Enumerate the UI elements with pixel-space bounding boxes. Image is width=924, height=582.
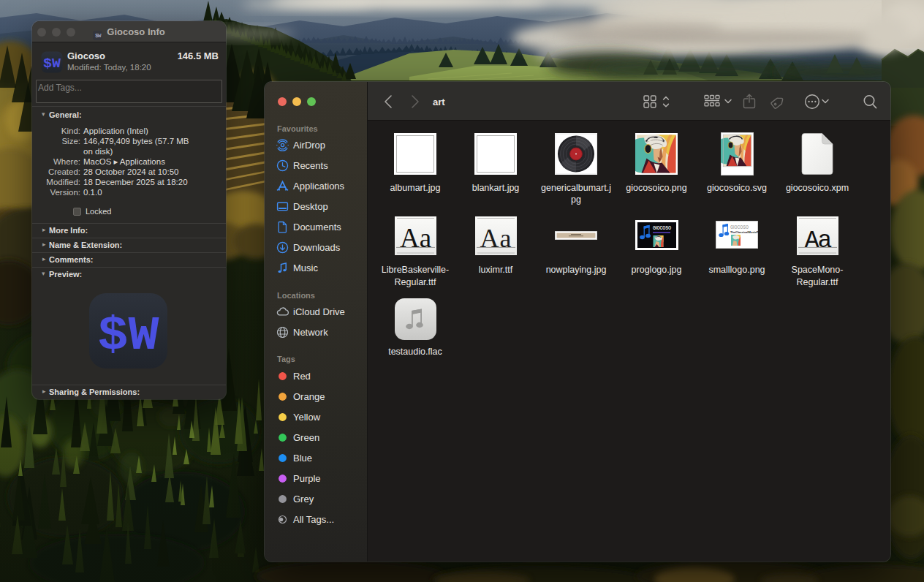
svg-text:Aa: Aa <box>804 227 831 254</box>
svg-text:art: art <box>433 97 445 107</box>
svg-text:GIOCOSO: GIOCOSO <box>730 224 749 230</box>
svg-text:GIOCOSO: GIOCOSO <box>653 225 671 230</box>
svg-text:$W: $W <box>43 56 61 71</box>
svg-text:Aa: Aa <box>399 223 431 253</box>
svg-text:Aa: Aa <box>480 224 512 253</box>
svg-text:$W: $W <box>98 310 160 363</box>
svg-text:TheClassicalMusicPlayer: TheClassicalMusicPlayer <box>730 230 758 234</box>
